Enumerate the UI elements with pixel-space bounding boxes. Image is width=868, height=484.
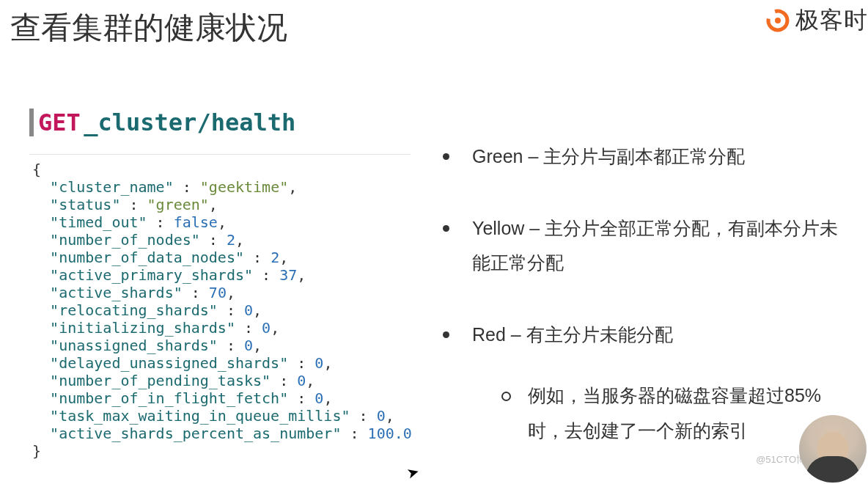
http-request: GET _cluster/health xyxy=(29,109,411,136)
brand-text: 极客时 xyxy=(795,4,868,37)
json-response: { "cluster_name" : "geektime", "status" … xyxy=(29,154,411,466)
right-column: Green – 主分片与副本都正常分配Yellow – 主分片全部正常分配，有副… xyxy=(440,139,850,484)
cursor-icon: ➤ xyxy=(405,462,422,483)
slide: 查看集群的健康状况 极客时 GET _cluster/health { "clu… xyxy=(0,0,868,484)
geektime-icon xyxy=(765,7,791,34)
left-column: GET _cluster/health { "cluster_name" : "… xyxy=(29,109,411,466)
bullet-list: Green – 主分片与副本都正常分配Yellow – 主分片全部正常分配，有副… xyxy=(440,139,850,448)
sub-bullet-item: 例如，当服务器的磁盘容量超过85%时，去创建了一个新的索引 xyxy=(472,378,850,448)
presenter-avatar xyxy=(799,415,867,483)
brand-logo: 极客时 xyxy=(765,4,868,37)
bullet-item: Red – 有主分片未能分配例如，当服务器的磁盘容量超过85%时，去创建了一个新… xyxy=(440,318,850,449)
svg-point-1 xyxy=(775,18,781,23)
bullet-item: Yellow – 主分片全部正常分配，有副本分片未能正常分配 xyxy=(440,211,850,281)
slide-title: 查看集群的健康状况 xyxy=(10,7,287,48)
bullet-item: Green – 主分片与副本都正常分配 xyxy=(440,139,850,175)
http-path: _cluster/health xyxy=(84,109,295,136)
http-method: GET xyxy=(38,109,81,136)
